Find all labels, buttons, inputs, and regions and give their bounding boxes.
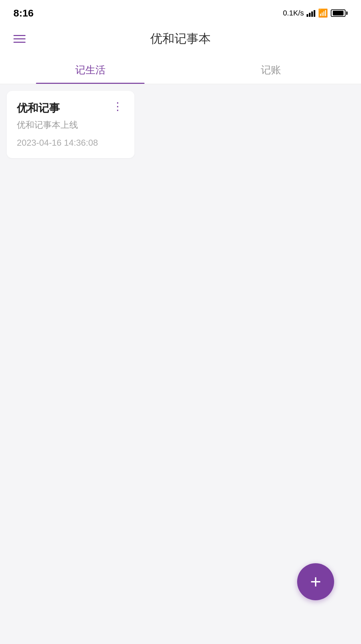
hamburger-line-1 [13, 35, 26, 36]
signal-icon [307, 9, 315, 17]
add-note-button[interactable]: + [297, 563, 334, 600]
hamburger-line-2 [13, 38, 26, 39]
note-date: 2023-04-16 14:36:08 [17, 138, 124, 148]
content-area: 优和记事 ⋮ 优和记事本上线 2023-04-16 14:36:08 [0, 84, 361, 644]
note-subtitle: 优和记事本上线 [17, 119, 124, 131]
tab-account[interactable]: 记账 [180, 54, 361, 84]
menu-button[interactable] [13, 35, 26, 43]
battery-icon [331, 9, 346, 17]
page-title: 优和记事本 [150, 31, 211, 47]
header: 优和记事本 [0, 24, 361, 54]
plus-icon: + [310, 572, 321, 591]
note-card-header: 优和记事 ⋮ [17, 101, 124, 116]
note-card[interactable]: 优和记事 ⋮ 优和记事本上线 2023-04-16 14:36:08 [7, 91, 134, 158]
hamburger-line-3 [13, 42, 26, 43]
note-title: 优和记事 [17, 101, 60, 116]
status-icons: 0.1K/s 📶 [283, 8, 348, 18]
status-time: 8:16 [13, 7, 34, 19]
tab-life[interactable]: 记生活 [0, 54, 180, 84]
note-more-button[interactable]: ⋮ [111, 101, 124, 112]
status-bar: 8:16 0.1K/s 📶 [0, 0, 361, 24]
tab-bar: 记生活 记账 [0, 54, 361, 84]
battery-indicator [331, 9, 348, 17]
network-speed: 0.1K/s [283, 9, 304, 17]
wifi-icon: 📶 [318, 8, 328, 18]
